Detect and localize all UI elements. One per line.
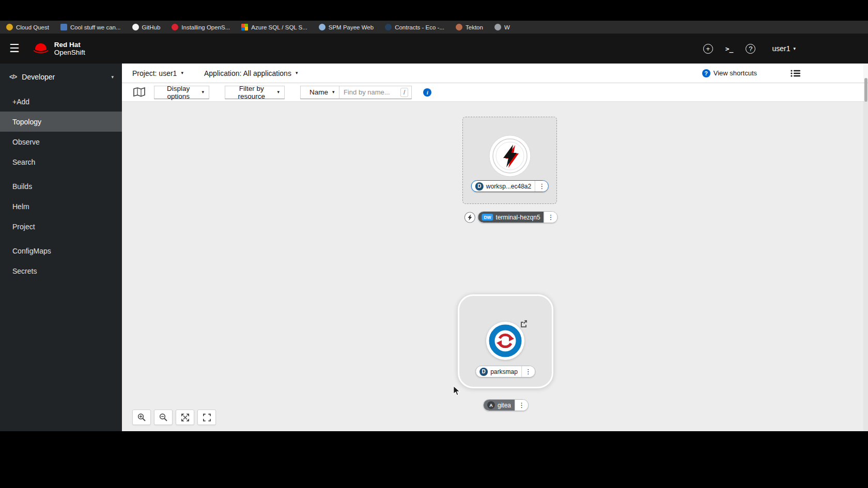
perspective-switcher[interactable]: </> Developer ▾	[0, 64, 122, 88]
bookmark-label: Azure SQL / SQL S...	[251, 24, 307, 30]
bookmark-favicon	[172, 24, 178, 30]
sidebar-item-search[interactable]: Search	[0, 152, 122, 172]
bookmark-label: Installing OpenS...	[181, 24, 230, 30]
filter-by-resource-dropdown[interactable]: Filter by resource ▾	[225, 86, 285, 99]
bookmark-github[interactable]: GitHub	[132, 24, 161, 30]
code-icon: </>	[9, 73, 17, 81]
globe-icon	[494, 24, 501, 30]
deployment-badge: D	[475, 182, 484, 191]
terminal-node-label[interactable]: DW terminal-hezqn5 ⋮	[477, 211, 557, 223]
kebab-menu-icon[interactable]: ⋮	[515, 400, 528, 411]
github-icon	[132, 24, 139, 30]
parksmap-label-text: parksmap	[490, 368, 518, 375]
mouse-cursor	[453, 385, 461, 398]
workspace-node-label[interactable]: D worksp...ec48a2 ⋮	[471, 180, 549, 192]
chevron-down-icon: ▾	[332, 90, 335, 95]
brand-text: Red Hat OpenShift	[54, 41, 85, 56]
brand-bottom: OpenShift	[54, 49, 85, 56]
username: user1	[772, 44, 790, 53]
terminal-label-text: terminal-hezqn5	[496, 214, 540, 221]
screen: Cloud Quest Cool stuff we can... GitHub …	[0, 0, 868, 488]
application-dropdown[interactable]: Application: All applications ▾	[204, 69, 298, 77]
list-view-icon[interactable]	[791, 69, 801, 77]
context-bar-right: ? View shortcuts	[702, 69, 801, 77]
info-icon[interactable]: i	[423, 88, 431, 97]
devworkspace-badge: DW	[482, 214, 493, 221]
kebab-menu-icon[interactable]: ⋮	[521, 366, 535, 377]
bookmark-favicon	[385, 24, 392, 30]
sidebar-item-add[interactable]: +Add	[0, 91, 122, 112]
chevron-down-icon: ▾	[296, 71, 298, 75]
sidebar-item-helm[interactable]: Helm	[0, 196, 122, 216]
display-options-label: Display options	[159, 85, 197, 100]
fit-to-screen-button[interactable]	[176, 410, 194, 425]
chevron-down-icon: ▾	[111, 75, 114, 80]
microsoft-icon	[241, 24, 248, 30]
masthead-utilities: + >_ ? user1 ▾	[703, 44, 796, 54]
terminal-node[interactable]: DW terminal-hezqn5 ⋮	[464, 211, 557, 223]
gitea-node-label[interactable]: A gitea ⋮	[483, 399, 529, 411]
keyboard-shortcut-hint: /	[400, 88, 408, 97]
bookmark-label: Cloud Quest	[16, 24, 49, 30]
workspace-label-text: worksp...ec48a2	[486, 183, 531, 190]
question-circle-icon: ?	[702, 69, 710, 77]
bookmark-cool-stuff[interactable]: Cool stuff we can...	[60, 24, 121, 30]
sidebar-item-observe[interactable]: Observe	[0, 132, 122, 152]
kebab-menu-icon[interactable]: ⋮	[544, 212, 557, 223]
zoom-out-button[interactable]	[154, 410, 173, 425]
browser-bookmarks-bar: Cloud Quest Cool stuff we can... GitHub …	[0, 21, 868, 34]
perspective-label: Developer	[22, 73, 55, 81]
bookmark-azure-sql[interactable]: Azure SQL / SQL S...	[241, 24, 307, 30]
redhat-openshift-logo[interactable]: Red Hat OpenShift	[32, 41, 85, 56]
chevron-down-icon: ▾	[793, 46, 796, 51]
chevron-down-icon: ▾	[181, 71, 183, 75]
application-badge: A	[487, 401, 495, 409]
scrollbar[interactable]	[863, 64, 868, 431]
external-link-icon[interactable]	[520, 320, 528, 327]
bookmark-favicon	[6, 24, 13, 30]
bookmark-spm-payee[interactable]: SPM Payee Web	[319, 24, 374, 30]
display-options-dropdown[interactable]: Display options ▾	[154, 86, 209, 99]
bookmark-label: Contracts - Eco -...	[395, 24, 444, 30]
bookmark-tekton[interactable]: Tekton	[456, 24, 483, 30]
kebab-menu-icon[interactable]: ⋮	[535, 181, 548, 192]
help-icon[interactable]: ?	[746, 44, 755, 54]
view-shortcuts-label: View shortcuts	[714, 69, 757, 77]
user-menu[interactable]: user1 ▾	[772, 44, 796, 53]
bookmark-label: Cool stuff we can...	[70, 24, 121, 30]
find-input-wrap: /	[339, 86, 412, 99]
scrollbar-thumb[interactable]	[864, 78, 867, 102]
view-shortcuts-link[interactable]: ? View shortcuts	[702, 69, 757, 77]
lightning-workspace-icon[interactable]	[488, 134, 532, 178]
sidebar-item-topology[interactable]: Topology	[0, 112, 122, 132]
application-dropdown-label: Application: All applications	[204, 69, 291, 77]
bookmark-favicon	[456, 24, 462, 30]
gitea-label-text: gitea	[498, 402, 511, 409]
bookmark-cloud-quest[interactable]: Cloud Quest	[6, 24, 49, 30]
bookmark-contracts[interactable]: Contracts - Eco -...	[385, 24, 444, 30]
bookmark-w[interactable]: W	[494, 24, 510, 30]
sidebar-item-project[interactable]: Project	[0, 216, 122, 237]
zoom-controls	[132, 410, 216, 425]
filter-type-dropdown[interactable]: Name ▾	[300, 86, 339, 99]
topology-toolbar: Display options ▾ Filter by resource ▾ N…	[122, 83, 868, 102]
hamburger-menu-icon[interactable]: ☰	[9, 43, 20, 54]
sidebar-item-builds[interactable]: Builds	[0, 176, 122, 196]
context-bar: Project: user1 ▾ Application: All applic…	[122, 64, 868, 83]
parksmap-node-label[interactable]: D parksmap ⋮	[475, 366, 535, 377]
find-by-name-group: Name ▾ /	[300, 86, 412, 99]
bookmark-installing-openshift[interactable]: Installing OpenS...	[172, 24, 230, 30]
project-dropdown[interactable]: Project: user1 ▾	[132, 69, 183, 77]
zoom-in-button[interactable]	[132, 410, 151, 425]
redhat-fedora-icon	[32, 42, 50, 55]
bookmark-favicon	[319, 24, 326, 30]
sidebar-item-secrets[interactable]: Secrets	[0, 261, 122, 281]
topology-canvas[interactable]: D worksp...ec48a2 ⋮ DW terminal-hezqn5	[122, 102, 868, 431]
quick-create-plus-icon[interactable]: +	[703, 44, 713, 54]
sidebar-item-configmaps[interactable]: ConfigMaps	[0, 241, 122, 261]
bookmark-label: SPM Payee Web	[329, 24, 374, 30]
fullscreen-button[interactable]	[197, 410, 216, 425]
web-terminal-icon[interactable]: >_	[725, 45, 734, 53]
find-by-name-input[interactable]	[339, 88, 400, 96]
topology-map-icon[interactable]	[133, 87, 146, 98]
